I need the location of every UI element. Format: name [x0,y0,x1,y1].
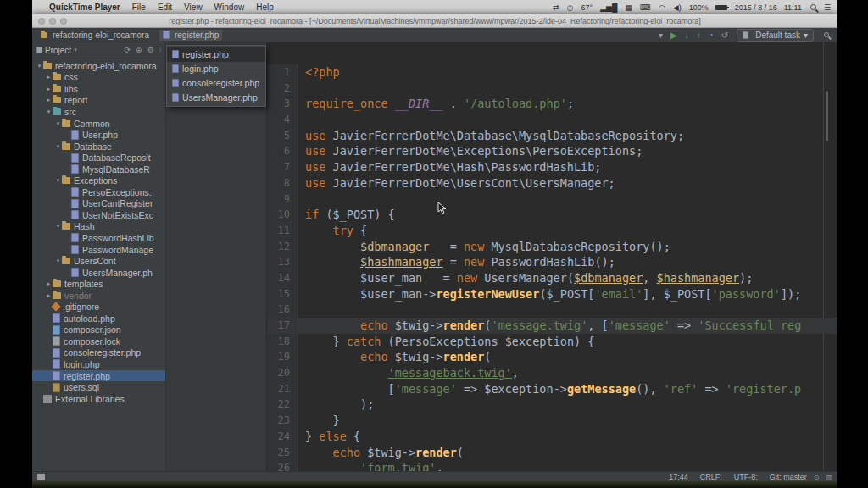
tree-item-login-php[interactable]: login.php [32,358,165,370]
menubar-status-icon-3[interactable]: ▂▅█ [600,3,617,12]
tree-item-users-sql[interactable]: users.sql [32,381,165,393]
tree-item-composer-json[interactable]: composer.json [32,324,165,336]
run-config-caret[interactable]: ▾ [659,30,663,40]
undo-button[interactable]: ↺ [721,30,728,40]
editor-scrollbar[interactable] [826,91,828,141]
tree-right-arrow-icon[interactable]: ▸ [45,280,53,287]
tree-item-databasereposit[interactable]: DatabaseReposit [32,152,165,164]
tree-item-user-php[interactable]: User.php [32,129,165,141]
menu-datetime[interactable]: 2015 / 8 / 16 - 11:11 [735,3,802,12]
tree-item-libs[interactable]: ▸libs [32,83,165,95]
popup-file-consoleregister-php[interactable]: consoleregister.php [167,76,265,91]
code-line-3[interactable]: 3require_once __DIR__ . '/autoload.php'; [267,96,837,112]
status-bar-icon-0[interactable]: ⊙ [814,474,820,481]
tree-item-report[interactable]: ▸report [32,95,165,107]
tree-item-composer-lock[interactable]: composer.lock [32,336,165,347]
code-line-21[interactable]: 21 ['message' => $exception->getMessage(… [267,381,837,397]
project-panel-title[interactable]: Project [45,46,71,55]
spotlight-search-icon[interactable] [810,4,816,10]
search-everywhere-icon[interactable] [824,32,829,37]
popup-file-usersmanager-php[interactable]: UsersManager.php [167,90,265,104]
tree-down-arrow-icon[interactable]: ▾ [54,177,62,184]
tree-item-autoload-php[interactable]: autoload.php [32,313,165,324]
breadcrumb-item[interactable]: refactoring-eloi_rocamora [37,30,153,41]
default-task-button[interactable]: Default task ▾ [737,29,814,42]
code-line-25[interactable]: 25 echo $twig->render( [267,445,837,461]
tree-item-hash[interactable]: ▾Hash [32,221,165,233]
tree-item-templates[interactable]: ▸templates [32,278,165,290]
run-button[interactable]: ▶ [670,30,677,40]
menu-item-edit[interactable]: Edit [158,3,172,12]
tree-item-common[interactable]: ▾Common [32,118,165,130]
tree-item-persoexceptions-[interactable]: PersoExceptions. [32,186,165,198]
menu-app-name[interactable]: QuickTime Player [49,3,120,12]
menubar-status-icon-4[interactable]: ▦ [625,3,632,12]
code-line-16[interactable]: 16 [267,302,837,318]
code-line-10[interactable]: 10if ($_POST) { [267,207,837,223]
tree-right-arrow-icon[interactable]: ▸ [45,292,53,299]
menu-item-help[interactable]: Help [256,3,274,12]
tree-down-arrow-icon[interactable]: ▾ [54,258,62,264]
tree-down-arrow-icon[interactable]: ▾ [45,108,53,115]
menubar-status-icon-7[interactable]: ◀) [673,3,682,12]
file-encoding[interactable]: UTF-8: [734,473,758,481]
menu-item-window[interactable]: Window [214,3,245,12]
code-line-4[interactable]: 4 [267,112,837,128]
code-line-17[interactable]: 17 echo $twig->render('message.twig', ['… [267,318,837,334]
code-line-24[interactable]: 24} else { [267,429,837,445]
vcs-commit-button[interactable]: ↑ [697,30,701,40]
popup-file-login-php[interactable]: login.php [167,62,265,76]
vcs-update-button[interactable]: ↓ [685,30,689,40]
window-title-bar[interactable]: register.php - refactoring-eloi_rocamora… [32,14,837,28]
tree-item-usersmanager-ph[interactable]: UsersManager.ph [32,267,165,279]
code-line-8[interactable]: 8use JavierFerrerDotMe\UsersCont\UsersMa… [267,175,837,191]
status-bar-icon-1[interactable]: ▥ [826,474,832,481]
code-line-22[interactable]: 22 ); [267,396,837,413]
code-line-26[interactable]: 26 'form.twig', [267,460,837,471]
code-line-2[interactable]: 2 [267,80,837,97]
tree-item-refactoring-eloi-rocamora[interactable]: ▾refactoring-eloi_rocamora [32,60,165,72]
line-separator[interactable]: CRLF: [700,473,722,481]
project-header-icon-3[interactable]: ⫶ [159,46,161,54]
tree-item--gitignore[interactable]: .gitignore [32,301,165,313]
tree-item-external-libraries[interactable]: External Libraries [32,393,165,405]
tree-item-passwordhashlib[interactable]: PasswordHashLib [32,232,165,244]
code-editor[interactable]: 1<?php23require_once __DIR__ . '/autoloa… [267,42,837,471]
code-line-19[interactable]: 19 echo $twig->render( [267,349,837,365]
tree-right-arrow-icon[interactable]: ▸ [45,97,53,103]
tree-item-usernotexistsexc[interactable]: UserNotExistsExc [32,209,165,221]
menubar-status-icon-2[interactable]: 67° [581,3,593,12]
vcs-branch[interactable]: Git: master [770,473,807,481]
menu-item-file[interactable]: File [132,3,146,12]
tree-down-arrow-icon[interactable]: ▾ [54,120,62,127]
project-scope-caret-icon[interactable]: ▾ [74,47,77,53]
breadcrumb-item[interactable]: register.php [159,30,222,41]
tree-down-arrow-icon[interactable]: ▾ [54,223,62,230]
code-line-12[interactable]: 12 $dbmanager = new MysqlDatabaseReposit… [267,239,837,255]
tree-down-arrow-icon[interactable]: ▾ [36,63,43,69]
tree-item-mysqldatabaser[interactable]: MysqlDatabaseR [32,164,165,175]
time-tracker-button[interactable]: ◔ [709,30,714,40]
menubar-status-icon-6[interactable]: ◠ [659,3,665,12]
code-line-9[interactable]: 9 [267,191,837,208]
tree-item-css[interactable]: ▸css [32,72,165,84]
notification-center-icon[interactable]: ☰ [824,3,831,12]
code-line-7[interactable]: 7use JavierFerrerDotMe\Hash\PasswordHash… [267,159,837,175]
code-line-20[interactable]: 20 'messageback.twig', [267,365,837,381]
menubar-status-icon-0[interactable]: ⇄ [553,3,559,12]
code-line-18[interactable]: 18 } catch (PersoExceptions $exception) … [267,334,837,350]
project-header-icon-0[interactable]: ⟳ [125,46,131,54]
tree-right-arrow-icon[interactable]: ▸ [45,86,53,92]
tree-right-arrow-icon[interactable]: ▸ [45,74,53,80]
caret-position[interactable]: 17:44 [669,473,688,481]
code-line-11[interactable]: 11 try { [267,223,837,239]
tree-item-passwordmanage[interactable]: PasswordManage [32,244,165,256]
tree-item-database[interactable]: ▾Database [32,141,165,152]
menubar-status-icon-1[interactable]: ◷ [567,3,574,12]
code-line-23[interactable]: 23 } [267,413,837,429]
toolwindow-toggle-icon[interactable] [37,474,45,480]
menubar-status-icon-5[interactable]: ⌨ [640,3,651,12]
project-header-icon-2[interactable]: ⚙ [147,46,154,54]
tree-item-exceptions[interactable]: ▾Exceptions [32,175,165,186]
code-line-6[interactable]: 6use JavierFerrerDotMe\Exceptions\PersoE… [267,143,837,159]
